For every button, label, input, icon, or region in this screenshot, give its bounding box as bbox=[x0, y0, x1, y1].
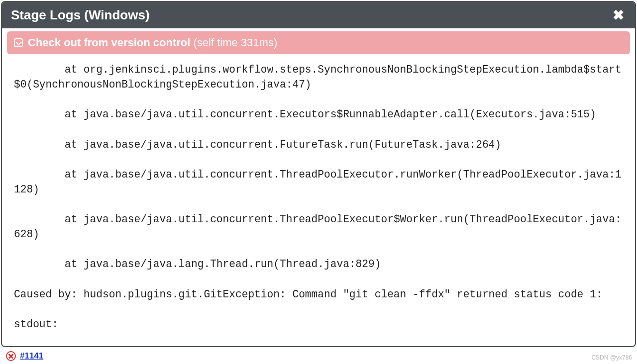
stage-logs-modal: Stage Logs (Windows) ✖ Check out from ve… bbox=[1, 1, 636, 347]
log-line: at java.base/java.util.concurrent.Thread… bbox=[14, 167, 623, 197]
log-line: at java.base/java.util.concurrent.Thread… bbox=[14, 212, 623, 242]
build-link[interactable]: #1141 bbox=[20, 351, 43, 361]
log-line: Caused by: hudson.plugins.git.GitExcepti… bbox=[14, 287, 623, 302]
footer-bar: #1141 bbox=[0, 348, 637, 364]
close-icon[interactable]: ✖ bbox=[611, 7, 626, 23]
log-line: at java.base/java.util.concurrent.Execut… bbox=[14, 107, 623, 122]
log-line: at java.base/java.lang.Thread.run(Thread… bbox=[14, 257, 623, 272]
step-self-time: (self time 331ms) bbox=[194, 36, 278, 49]
watermark: CSDN @yx786 bbox=[591, 354, 632, 361]
modal-header: Stage Logs (Windows) ✖ bbox=[2, 2, 635, 28]
log-viewport[interactable]: at org.jenkinsci.plugins.workflow.steps.… bbox=[7, 54, 630, 341]
step-title: Check out from version control bbox=[28, 36, 190, 49]
log-line: at org.jenkinsci.plugins.workflow.steps.… bbox=[14, 62, 623, 92]
step-banner[interactable]: Check out from version control (self tim… bbox=[7, 31, 630, 54]
log-content: at org.jenkinsci.plugins.workflow.steps.… bbox=[7, 54, 630, 341]
expand-icon[interactable] bbox=[14, 38, 23, 47]
log-line: at java.base/java.util.concurrent.Future… bbox=[14, 137, 623, 152]
modal-title: Stage Logs (Windows) bbox=[11, 7, 150, 23]
log-line: stdout: bbox=[14, 317, 623, 332]
modal-body: Check out from version control (self tim… bbox=[2, 28, 635, 346]
build-failed-icon bbox=[6, 351, 16, 361]
